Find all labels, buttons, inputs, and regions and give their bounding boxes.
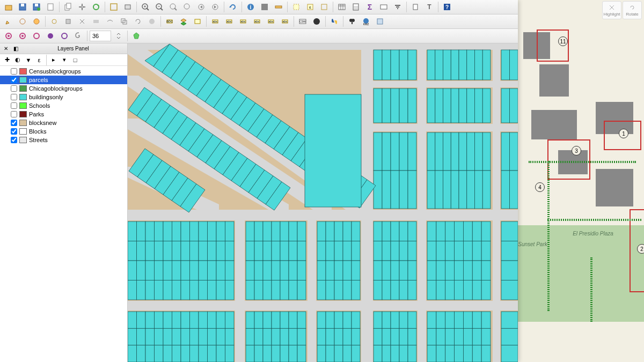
- circle2-icon[interactable]: [58, 29, 71, 42]
- new-icon[interactable]: [44, 1, 57, 13]
- refresh2-icon[interactable]: [226, 1, 239, 13]
- rotate-icon[interactable]: [131, 15, 144, 28]
- merge-icon[interactable]: [90, 15, 103, 28]
- split-icon[interactable]: [76, 15, 89, 28]
- layer-item-buildingsonly[interactable]: buildingsonly: [0, 93, 127, 101]
- rotate-button[interactable]: Rotate: [623, 1, 642, 19]
- label5-icon[interactable]: abc: [265, 15, 277, 28]
- vertex-spinner[interactable]: [112, 29, 125, 42]
- node-icon[interactable]: [16, 15, 29, 28]
- calc-icon[interactable]: [349, 1, 362, 13]
- search2-icon[interactable]: [346, 15, 358, 28]
- svg-rect-169: [172, 221, 181, 241]
- label2-icon[interactable]: abc: [209, 15, 222, 28]
- layer-checkbox[interactable]: [11, 128, 17, 135]
- highlight-button[interactable]: Highlight: [602, 1, 621, 19]
- layer-checkbox[interactable]: [11, 85, 17, 92]
- copy-icon[interactable]: [62, 1, 75, 13]
- layer-checkbox[interactable]: [11, 68, 17, 75]
- layer-checkbox[interactable]: [11, 77, 17, 83]
- layer-item-streets[interactable]: Streets: [0, 136, 127, 144]
- refresh-icon[interactable]: [90, 1, 103, 13]
- svg-rect-325: [137, 328, 146, 345]
- map-canvas[interactable]: [128, 43, 518, 362]
- open-icon[interactable]: [2, 1, 15, 13]
- measure-icon[interactable]: [272, 1, 285, 13]
- offset-icon[interactable]: [118, 15, 130, 28]
- pan-icon[interactable]: [76, 1, 89, 13]
- bookmark-icon[interactable]: [409, 1, 422, 13]
- shape2-icon[interactable]: [16, 29, 29, 42]
- label4-icon[interactable]: abc: [251, 15, 264, 28]
- filter-icon[interactable]: [391, 1, 404, 13]
- layer-checkbox[interactable]: [11, 111, 17, 117]
- annotation-icon[interactable]: abc: [223, 15, 236, 28]
- deselect-icon[interactable]: [318, 1, 331, 13]
- polygon-icon[interactable]: [130, 29, 143, 42]
- edit-icon[interactable]: [2, 15, 15, 28]
- layer-item-blocks[interactable]: Blocks: [0, 127, 127, 136]
- spiral-icon[interactable]: [72, 29, 85, 42]
- add-feature-icon[interactable]: [30, 15, 43, 28]
- save-as-icon[interactable]: [30, 1, 43, 13]
- layer-props-icon[interactable]: [177, 15, 190, 28]
- svg-rect-185: [208, 241, 217, 261]
- extent-icon[interactable]: [107, 1, 120, 13]
- text-icon[interactable]: T: [423, 1, 436, 13]
- sigma-icon[interactable]: Σ: [363, 1, 376, 13]
- zoom-full-icon[interactable]: [167, 1, 180, 13]
- layer-item-chicagoblockgroups[interactable]: Chicagoblockgroups: [0, 84, 127, 93]
- label6-icon[interactable]: abc: [279, 15, 291, 28]
- python-icon[interactable]: [328, 15, 341, 28]
- vertex-icon[interactable]: [62, 15, 75, 28]
- globe-icon[interactable]: [310, 15, 323, 28]
- layer-checkbox[interactable]: [11, 137, 17, 143]
- select-rect-icon[interactable]: ε: [304, 1, 317, 13]
- simplify-icon[interactable]: [145, 15, 158, 28]
- zoom-next-icon[interactable]: [209, 1, 222, 13]
- kmz-icon[interactable]: KMZ: [360, 15, 372, 28]
- new-print-icon[interactable]: [121, 1, 134, 13]
- layer-checkbox[interactable]: [11, 102, 17, 109]
- vertex-count-input[interactable]: [90, 31, 111, 41]
- expression-icon[interactable]: [377, 1, 390, 13]
- layer-item-parcels[interactable]: parcels: [0, 76, 127, 84]
- label-icon[interactable]: abc: [163, 15, 176, 28]
- reshape-icon[interactable]: [104, 15, 116, 28]
- label3-icon[interactable]: abc: [237, 15, 250, 28]
- select-icon[interactable]: [290, 1, 303, 13]
- panel-detach-button[interactable]: ◧: [12, 45, 19, 53]
- filter-layer-icon[interactable]: ▼: [24, 55, 33, 65]
- layer-checkbox[interactable]: [11, 120, 17, 126]
- collapse-icon[interactable]: ▾: [60, 55, 69, 65]
- layer-item-blocksnew[interactable]: blocksnew: [0, 119, 127, 127]
- style-icon[interactable]: [191, 15, 204, 28]
- layer-item-schools[interactable]: Schools: [0, 101, 127, 110]
- style-layer-icon[interactable]: ◐: [13, 55, 23, 65]
- table-icon[interactable]: [335, 1, 348, 13]
- circle1-icon[interactable]: [44, 29, 57, 42]
- expand-icon[interactable]: ▸: [49, 55, 58, 65]
- layer-checkbox[interactable]: [11, 94, 17, 100]
- osm-icon[interactable]: [374, 15, 386, 28]
- add-layer-icon[interactable]: ✚: [2, 55, 12, 65]
- svg-point-5: [37, 8, 40, 11]
- zoom-out-icon[interactable]: [153, 1, 166, 13]
- toolbar-edit: abc abc abc abc abc abc abc CSW KMZ: [0, 14, 518, 29]
- zoom-in-icon[interactable]: [139, 1, 152, 13]
- move-icon[interactable]: [48, 15, 61, 28]
- expr-layer-icon[interactable]: ε: [34, 55, 44, 65]
- info-icon[interactable]: i: [244, 1, 257, 13]
- layer-item-parks[interactable]: Parks: [0, 110, 127, 119]
- shape3-icon[interactable]: [30, 29, 43, 42]
- zoom-last-icon[interactable]: [195, 1, 208, 13]
- csw-icon[interactable]: CSW: [296, 15, 309, 28]
- remove-layer-icon[interactable]: □: [70, 55, 80, 65]
- zoom-layer-icon[interactable]: [181, 1, 194, 13]
- help-icon[interactable]: ?: [441, 1, 453, 13]
- save-icon[interactable]: [16, 1, 29, 13]
- shape1-icon[interactable]: [2, 29, 15, 42]
- panel-close-button[interactable]: ✕: [2, 45, 10, 53]
- layer-item-censusblockgroups[interactable]: Censusblockgroups: [0, 67, 127, 76]
- identify-icon[interactable]: [258, 1, 271, 13]
